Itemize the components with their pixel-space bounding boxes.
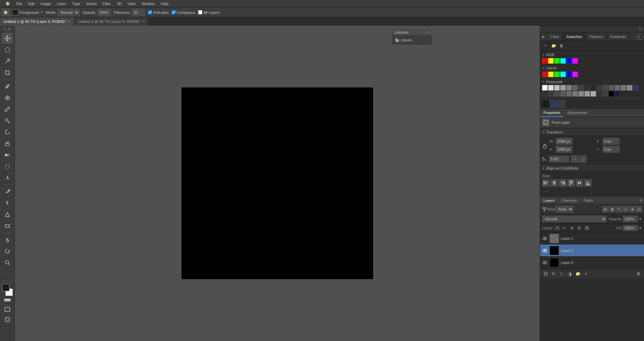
- text-tool[interactable]: T: [2, 198, 13, 209]
- swatch-gray-22[interactable]: [572, 91, 578, 97]
- swatch-gray-25[interactable]: [591, 91, 596, 97]
- more-options-btn[interactable]: ···: [542, 188, 642, 195]
- layers-filter-select[interactable]: Kind: [556, 206, 573, 213]
- transform-lock-icon[interactable]: [542, 143, 548, 149]
- blur-tool[interactable]: [2, 161, 13, 172]
- tolerance-input[interactable]: [132, 9, 145, 16]
- panel-tab-color[interactable]: Color: [547, 33, 563, 41]
- swatch-gray-9[interactable]: [591, 85, 596, 90]
- menu-home[interactable]: 🏠: [3, 1, 13, 6]
- panel-info-btn[interactable]: ℹ: [636, 33, 643, 40]
- menu-3d[interactable]: 3D: [114, 1, 124, 6]
- lock-all-btn[interactable]: [584, 225, 590, 231]
- swatch-gray-1[interactable]: [542, 85, 548, 90]
- align-right-btn[interactable]: [559, 179, 566, 187]
- rotate-view-tool[interactable]: [2, 246, 13, 257]
- toolbar-collapse[interactable]: ⟨⟩: [4, 27, 7, 32]
- properties-tab[interactable]: Properties: [540, 109, 564, 117]
- swatch-gray-17[interactable]: [542, 91, 548, 97]
- path-select-tool[interactable]: [2, 209, 13, 220]
- layer-item-0[interactable]: Layer 0: [540, 257, 644, 269]
- swatch-gray-8[interactable]: [585, 85, 590, 90]
- swatch-gray-6[interactable]: [572, 85, 578, 90]
- zoom-tool[interactable]: [2, 257, 13, 268]
- layers-tab[interactable]: Layers: [540, 197, 558, 204]
- panel-tab-swatches[interactable]: Swatches: [563, 33, 586, 41]
- transform-header[interactable]: ▼ Transform: [540, 129, 644, 136]
- swatch-gray-13[interactable]: [615, 85, 620, 90]
- flip-v-btn[interactable]: ↕: [579, 155, 587, 163]
- swatch-gray-11[interactable]: [603, 85, 608, 90]
- flip-h-btn[interactable]: ↔: [571, 155, 578, 163]
- eraser-tool[interactable]: [2, 138, 13, 149]
- swatches-add-btn[interactable]: +: [542, 42, 549, 49]
- filter-adj-btn[interactable]: ◑: [609, 206, 615, 212]
- panel-collapse-btn[interactable]: ⟩⟩: [639, 27, 642, 31]
- add-mask-btn[interactable]: ◻: [558, 270, 565, 277]
- delete-layer-btn[interactable]: 🗑: [635, 270, 642, 277]
- swatch-gray-21[interactable]: [566, 91, 572, 97]
- swatch-rgb-yellow[interactable]: [548, 58, 554, 64]
- color-swatches[interactable]: [1, 284, 13, 296]
- shape-tool[interactable]: [2, 221, 13, 231]
- libraries-close[interactable]: ✕: [427, 31, 430, 34]
- swatch-group-grayscale-header[interactable]: ▼ Grayscale: [542, 79, 642, 84]
- foreground-swatch[interactable]: [12, 9, 18, 15]
- swatch-gray-26[interactable]: [597, 91, 602, 97]
- layers-opacity-input[interactable]: [623, 216, 638, 222]
- libraries-button[interactable]: 📚 Librari...: [394, 37, 431, 43]
- swatch-gray-24[interactable]: [585, 91, 590, 97]
- history-tool[interactable]: [2, 127, 13, 138]
- menu-filter[interactable]: Filter: [100, 1, 113, 6]
- layer-item-1[interactable]: Layer 1: [540, 232, 644, 244]
- gradient-tool[interactable]: [2, 150, 13, 160]
- tab-1-close[interactable]: ✕: [68, 20, 71, 23]
- foreground-color-swatch[interactable]: [2, 284, 9, 291]
- swatch-gray-12[interactable]: [609, 85, 614, 90]
- add-adjustment-btn[interactable]: ◑: [566, 270, 573, 277]
- fill-chevron[interactable]: ▼: [639, 226, 642, 230]
- align-center-v-btn[interactable]: [576, 179, 583, 187]
- layer-1-visibility[interactable]: [542, 236, 548, 241]
- menu-layer[interactable]: Layer: [54, 1, 69, 6]
- all-layers-checkbox[interactable]: [198, 10, 202, 14]
- swatch-cmyk-cyan[interactable]: [560, 72, 566, 77]
- swatch-rgb-blue[interactable]: [566, 58, 572, 64]
- more-tools[interactable]: ···: [2, 269, 13, 279]
- menu-image[interactable]: Image: [38, 1, 54, 6]
- foreground-dropdown-icon[interactable]: ▼: [40, 10, 43, 14]
- filter-toggle-btn[interactable]: ⊙: [636, 206, 642, 212]
- align-header[interactable]: ▼ Align and Distribute: [540, 165, 644, 172]
- tab-2-close[interactable]: ✕: [142, 20, 145, 23]
- swatch-cmyk-magenta[interactable]: [572, 72, 578, 77]
- anti-alias-option[interactable]: Anti-alias: [148, 10, 168, 14]
- filter-text-btn[interactable]: T: [616, 206, 622, 212]
- heal-tool[interactable]: [2, 92, 13, 103]
- recent-swatch-1[interactable]: [542, 100, 550, 108]
- panel-play-btn[interactable]: ▶: [540, 33, 547, 40]
- align-center-h-btn[interactable]: [551, 179, 558, 187]
- dodge-tool[interactable]: [2, 173, 13, 183]
- recent-swatch-2[interactable]: [550, 100, 558, 108]
- tool-indicator[interactable]: 🏠: [2, 9, 9, 16]
- menu-type[interactable]: Type: [70, 1, 83, 6]
- panel-tab-gradients[interactable]: Gradients: [607, 33, 630, 41]
- add-link-btn[interactable]: ⛓: [542, 270, 549, 277]
- swatches-delete-btn[interactable]: 🗑: [558, 42, 565, 49]
- swatch-gray-19[interactable]: [554, 91, 560, 97]
- swatch-gray-27[interactable]: [603, 91, 608, 97]
- home-icon[interactable]: 🏠: [2, 9, 9, 16]
- add-effect-btn[interactable]: fx: [550, 270, 557, 277]
- align-left-btn[interactable]: [542, 179, 550, 187]
- transform-y-input[interactable]: [603, 146, 619, 153]
- swatch-rgb-magenta[interactable]: [572, 58, 578, 64]
- canvas[interactable]: [182, 87, 373, 279]
- filter-shape-btn[interactable]: ▭: [622, 206, 629, 212]
- lasso-tool[interactable]: [2, 44, 13, 55]
- swatch-cmyk-yellow[interactable]: [548, 72, 554, 77]
- lock-position-btn[interactable]: ⊕: [569, 225, 575, 231]
- filter-smart-btn[interactable]: ◈: [629, 206, 635, 212]
- layer-item-3[interactable]: Layer 3: [540, 244, 644, 257]
- all-layers-option[interactable]: All Layers: [198, 10, 219, 14]
- swatch-gray-4[interactable]: [560, 85, 566, 90]
